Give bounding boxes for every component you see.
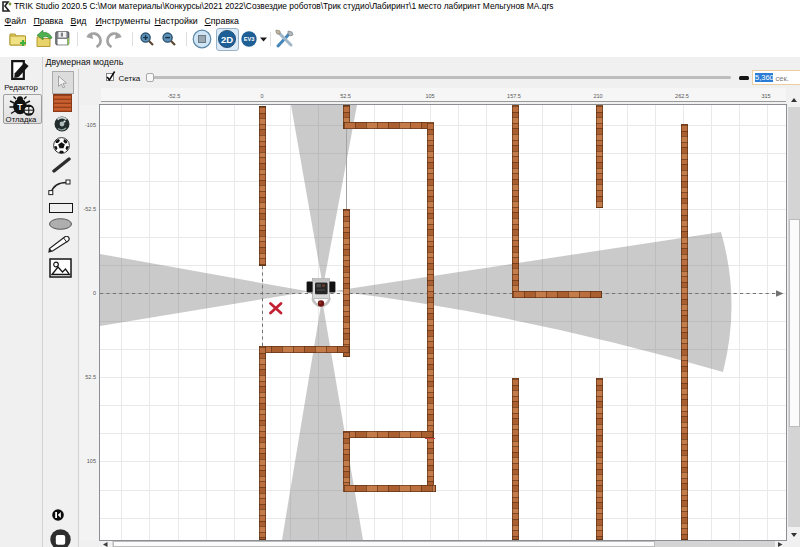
svg-text:T: T <box>17 102 23 112</box>
svg-text:2D: 2D <box>221 34 233 45</box>
svg-text:EV3: EV3 <box>244 36 255 42</box>
